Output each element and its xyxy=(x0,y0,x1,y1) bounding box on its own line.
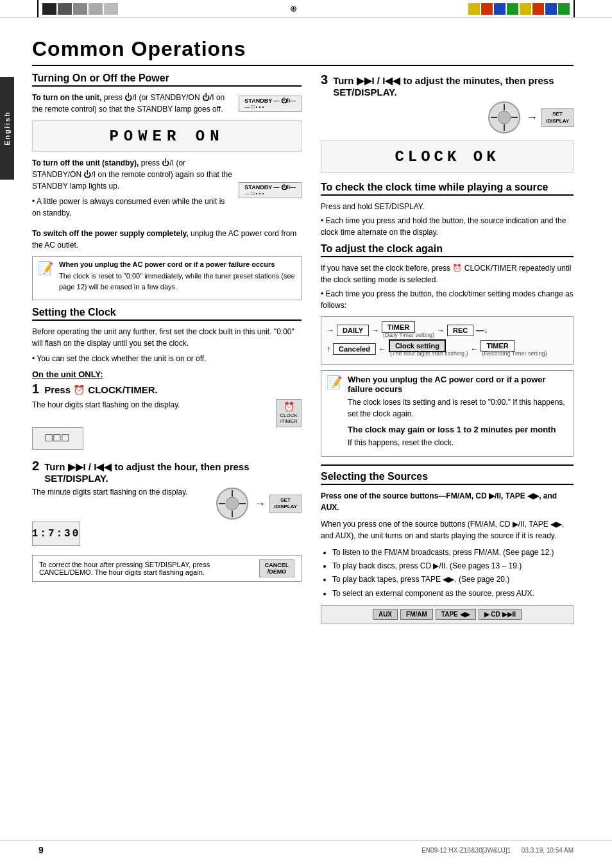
notes2-heading2: The clock may gain or loss 1 to 2 minute… xyxy=(348,425,568,434)
turn-on-label: To turn on the unit, press ⏻/I (or STAND… xyxy=(32,93,225,114)
turn-off-text-block: To turn off the unit (standby), press ⏻/… xyxy=(32,157,232,223)
section-sources: Selecting the Sources Press one of the s… xyxy=(321,464,574,624)
sources-heading: Selecting the Sources xyxy=(321,471,574,485)
adjust-clock-bullet: • Each time you press the button, the cl… xyxy=(321,288,574,311)
set-display-btn-step2: SET/DISPLAY xyxy=(269,495,302,513)
svg-point-1 xyxy=(226,497,239,510)
color-block-3 xyxy=(73,3,87,15)
tape-button: TAPE ◀▶ xyxy=(436,609,476,620)
footer-code: EN09-12.HX-Z10&30[JW&UJ]1 03.3.19, 10:54… xyxy=(421,847,574,854)
turn-off-bullet: • A little power is always consumed even… xyxy=(32,196,232,219)
color-block-r1 xyxy=(481,3,493,15)
turn-off-row: To turn off the unit (standby), press ⏻/… xyxy=(32,157,302,223)
flow-timer2-sub: (Recording Timer setting) xyxy=(482,350,547,357)
step-1-number: 1 xyxy=(32,382,39,396)
flow-timer2-group: TIMER (Recording Timer setting) xyxy=(480,341,547,357)
adjust-clock-text: If you have set the clock before, press … xyxy=(321,262,574,285)
flow-row-top: → DAILY → TIMER (Daily Timer setting) → … xyxy=(327,322,568,338)
standby-indicator-off: STANDBY — ⏻/I— — □ • • • xyxy=(239,182,302,198)
notes-text: The clock is reset to "0:00" immediately… xyxy=(59,271,296,292)
flow-row-bottom: ↑ Canceled ← Clock setting (The hour dig… xyxy=(327,341,568,357)
color-block-g1 xyxy=(507,3,518,15)
clock-section-heading: Setting the Clock xyxy=(32,307,302,321)
dial-svg xyxy=(215,486,250,522)
turn-on-row: To turn on the unit, press ⏻/I (or STAND… xyxy=(32,92,302,115)
step-3-display: CLOCK OK xyxy=(321,140,574,173)
list-item-aux: To select an external component as the s… xyxy=(332,588,574,600)
main-content: Common Operations Turning On or Off the … xyxy=(0,24,612,642)
step-1-text: The hour digits start flashing on the di… xyxy=(32,399,269,414)
flow-arrow-2: → xyxy=(437,326,445,335)
step-3-dial xyxy=(487,100,522,135)
color-block-5 xyxy=(104,3,118,15)
step-1-image: ⏰ CLOCK /TIMER xyxy=(276,399,302,427)
notes2-text1: The clock loses its setting and is reset… xyxy=(348,396,568,420)
step-2-title: Turn ▶▶I / I◀◀ to adjust the hour, then … xyxy=(44,461,302,484)
clock-notes-content: When you unplug the AC power cord or if … xyxy=(348,375,568,452)
step-2-images: → SET/DISPLAY xyxy=(215,486,302,522)
top-bar-center: ⊕ xyxy=(122,0,464,17)
side-tab-label: English xyxy=(3,111,11,146)
step-2-arrow: → xyxy=(254,497,266,511)
flow-clock-sub: (The hour digits start flashing.) xyxy=(390,350,468,357)
clock-notes-box: 📝 When you unplug the AC power cord or i… xyxy=(321,370,574,457)
top-bar-right-blocks xyxy=(464,0,574,17)
sources-separator xyxy=(321,464,574,466)
color-block-1 xyxy=(42,3,56,15)
check-clock-text: Press and hold SET/DISPLAY. xyxy=(321,201,574,212)
power-section-heading: Turning On or Off the Power xyxy=(32,72,302,87)
crosshair-icon: ⊕ xyxy=(290,4,297,13)
section-clock: Setting the Clock Before operating the u… xyxy=(32,307,302,582)
flow-arrow-1: → xyxy=(371,326,379,335)
page: ⊕ English Common Operations Turning On o xyxy=(0,0,612,868)
flow-canceled: Canceled xyxy=(333,343,376,355)
flow-rec: REC xyxy=(447,325,473,336)
flow-arrow-5: ← xyxy=(470,345,478,353)
top-bar-right-border xyxy=(574,0,612,17)
flow-up-arrow: ↑ xyxy=(327,345,330,353)
step-1-title: Press ⏰ CLOCK/TIMER. xyxy=(44,384,158,396)
color-block-r2 xyxy=(532,3,544,15)
source-buttons-image: AUX FM/AM TAPE ◀▶ ▶ CD ▶▶II xyxy=(321,605,574,624)
step-1-display: □□□ xyxy=(32,427,83,450)
switch-off-text: To switch off the power supply completel… xyxy=(32,228,302,251)
turn-off-text: To turn off the unit (standby), press ⏻/… xyxy=(32,157,232,192)
english-tab: English xyxy=(0,77,14,180)
standby-indicator-on: STANDBY — ⏻/I— — □ • • • xyxy=(239,96,302,112)
sources-press-text: Press one of the source buttons—FM/AM, C… xyxy=(321,490,574,513)
step-2-header: 2 Turn ▶▶I / I◀◀ to adjust the hour, the… xyxy=(32,459,302,484)
step-3: 3 Turn ▶▶I / I◀◀ to adjust the minutes, … xyxy=(321,72,574,173)
step-1: 1 Press ⏰ CLOCK/TIMER. The hour digits s… xyxy=(32,382,302,450)
step-3-arrow: → xyxy=(526,111,538,124)
clock-intro-text: Before operating the unit any further, f… xyxy=(32,326,302,349)
step-2-content: The minute digits start flashing on the … xyxy=(32,486,302,522)
flow-timer-sub: (Daily Timer setting) xyxy=(383,332,434,338)
flow-arrow-4: ← xyxy=(378,345,386,353)
flow-left-arrow: → xyxy=(327,326,334,335)
clock-timer-btn: ⏰ CLOCK /TIMER xyxy=(276,399,302,427)
cancel-box: To correct the hour after pressing SET/D… xyxy=(32,555,302,582)
step-1-header: 1 Press ⏰ CLOCK/TIMER. xyxy=(32,382,302,396)
sources-bullet-list: To listen to the FM/AM broadcasts, press… xyxy=(321,547,574,600)
aux-button: AUX xyxy=(373,609,398,620)
unit-only-heading: On the unit ONLY: xyxy=(32,370,302,379)
step-1-content: The hour digits start flashing on the di… xyxy=(32,399,302,427)
notes-icon-2: 📝 xyxy=(327,375,343,390)
cancel-text: To correct the hour after pressing SET/D… xyxy=(39,561,259,576)
notes-icon: 📝 xyxy=(38,260,54,276)
list-item-fmam: To listen to the FM/AM broadcasts, press… xyxy=(332,547,574,559)
timer-flow-diagram: → DAILY → TIMER (Daily Timer setting) → … xyxy=(321,316,574,365)
color-block-2 xyxy=(58,3,72,15)
section-adjust-clock: To adjust the clock again If you have se… xyxy=(321,243,574,457)
step-2-text: The minute digits start flashing on the … xyxy=(32,486,208,502)
power-on-display: POWER ON xyxy=(32,120,302,152)
check-clock-heading: To check the clock time while playing a … xyxy=(321,182,574,196)
flow-clock-group: Clock setting (The hour digits start fla… xyxy=(389,341,468,357)
color-block-4 xyxy=(89,3,103,15)
bottom-bar: 9 EN09-12.HX-Z10&30[JW&UJ]1 03.3.19, 10:… xyxy=(0,840,612,855)
step-1-sub: The hour digits start flashing on the di… xyxy=(32,399,269,411)
list-item-tape: To play back tapes, press TAPE ◀▶. (See … xyxy=(332,574,574,586)
step-2-sub: The minute digits start flashing on the … xyxy=(32,486,208,498)
step-3-header: 3 Turn ▶▶I / I◀◀ to adjust the minutes, … xyxy=(321,72,574,98)
step-3-content: → SET/DISPLAY xyxy=(321,100,574,135)
